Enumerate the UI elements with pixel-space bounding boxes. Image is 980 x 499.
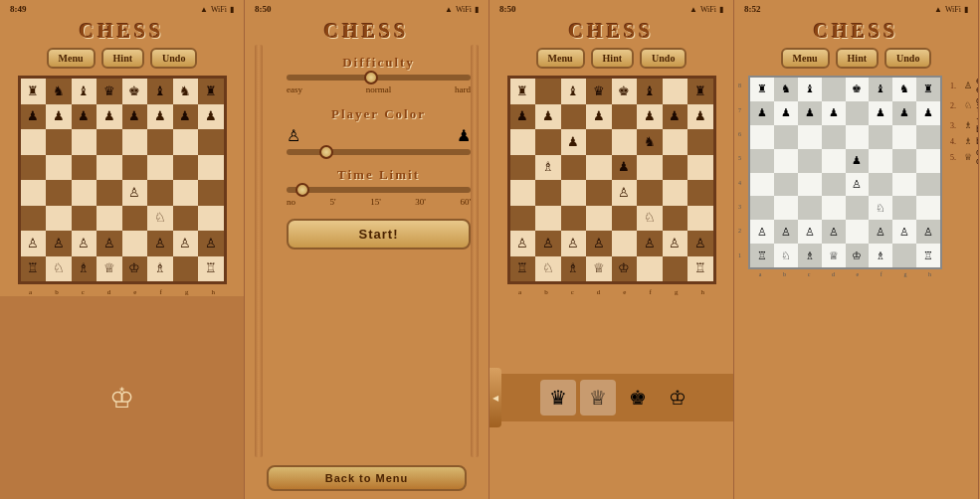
board-cell-1-1[interactable]: ♟ (774, 101, 798, 125)
board-cell-4-0[interactable] (21, 180, 47, 206)
board-cell-3-0[interactable] (21, 155, 47, 181)
board-cell-4-2[interactable] (72, 180, 98, 206)
hint-button-1[interactable]: Hint (101, 48, 144, 69)
board-cell-7-2[interactable]: ♗ (561, 256, 587, 282)
board-cell-5-2[interactable] (798, 196, 822, 220)
chess-board-4[interactable]: ♜♞♝♚♝♞♜♟♟♟♟♟♟♟♟♙♘♙♙♙♙♙♙♙♖♘♗♕♔♗♖ (748, 76, 942, 269)
board-cell-6-4[interactable] (612, 231, 638, 256)
board-cell-6-1[interactable]: ♙ (774, 220, 798, 244)
side-arrow-deco[interactable]: ◀ (490, 368, 501, 427)
board-cell-2-6[interactable] (173, 129, 199, 155)
board-cell-4-6[interactable] (663, 180, 688, 206)
board-cell-0-0[interactable]: ♜ (21, 79, 47, 104)
board-cell-2-4[interactable] (612, 129, 638, 155)
board-cell-1-1[interactable]: ♟ (535, 104, 561, 130)
board-cell-3-6[interactable] (173, 155, 199, 181)
board-cell-0-2[interactable]: ♝ (798, 78, 822, 101)
board-cell-2-2[interactable] (72, 129, 98, 155)
board-cell-7-1[interactable]: ♘ (535, 256, 561, 282)
board-cell-6-7[interactable]: ♙ (687, 231, 713, 256)
board-cell-5-4[interactable] (612, 206, 638, 232)
board-cell-6-0[interactable]: ♙ (21, 231, 47, 256)
board-cell-0-4[interactable]: ♚ (122, 79, 148, 104)
board-cell-7-4[interactable]: ♔ (846, 244, 870, 267)
board-cell-0-0[interactable]: ♜ (750, 78, 774, 101)
board-cell-6-7[interactable]: ♙ (198, 231, 224, 256)
board-cell-3-5[interactable] (869, 149, 892, 173)
board-cell-5-0[interactable] (510, 206, 536, 232)
board-cell-1-7[interactable]: ♟ (687, 104, 713, 130)
board-cell-0-6[interactable]: ♞ (173, 79, 199, 104)
start-button[interactable]: Start! (287, 219, 471, 250)
board-cell-4-4[interactable]: ♙ (846, 173, 870, 197)
board-cell-4-7[interactable] (198, 180, 224, 206)
board-cell-3-6[interactable] (663, 155, 688, 181)
board-cell-3-5[interactable] (147, 155, 173, 181)
board-cell-2-0[interactable] (21, 129, 47, 155)
board-cell-3-7[interactable] (198, 155, 224, 181)
time-slider[interactable] (287, 187, 471, 193)
board-cell-0-7[interactable]: ♜ (198, 79, 224, 104)
board-cell-2-1[interactable] (46, 129, 72, 155)
board-cell-1-4[interactable] (846, 101, 870, 125)
board-cell-7-1[interactable]: ♘ (46, 256, 72, 282)
board-cell-2-7[interactable] (687, 129, 713, 155)
board-cell-7-3[interactable]: ♕ (586, 256, 612, 282)
board-cell-7-7[interactable]: ♖ (687, 256, 713, 282)
board-cell-6-4[interactable] (122, 231, 148, 256)
board-cell-4-6[interactable] (892, 173, 916, 197)
board-cell-3-0[interactable] (510, 155, 536, 181)
board-cell-4-4[interactable]: ♙ (122, 180, 148, 206)
menu-button-3[interactable]: Menu (536, 48, 585, 69)
board-cell-4-1[interactable] (46, 180, 72, 206)
board-cell-6-2[interactable]: ♙ (72, 231, 98, 256)
board-cell-1-0[interactable]: ♟ (510, 104, 536, 130)
board-cell-5-4[interactable] (122, 206, 148, 232)
hint-button-3[interactable]: Hint (591, 48, 634, 69)
chess-board-1[interactable]: ♜♞♝♛♚♝♞♜♟♟♟♟♟♟♟♟♙♘♙♙♙♙♙♙♙♖♘♗♕♔♗♖ (18, 76, 227, 284)
board-cell-2-7[interactable] (198, 129, 224, 155)
board-cell-7-6[interactable] (173, 256, 199, 282)
board-cell-7-0[interactable]: ♖ (750, 244, 774, 267)
piece-option-queen-white[interactable]: ♕ (580, 380, 616, 416)
board-cell-6-7[interactable]: ♙ (916, 220, 940, 244)
board-cell-6-3[interactable]: ♙ (822, 220, 846, 244)
board-cell-0-3[interactable] (822, 78, 846, 101)
board-cell-1-2[interactable] (561, 104, 587, 130)
board-cell-6-3[interactable]: ♙ (97, 231, 122, 256)
board-cell-0-0[interactable]: ♜ (510, 79, 536, 104)
board-cell-7-6[interactable] (892, 244, 916, 267)
board-cell-1-4[interactable] (612, 104, 638, 130)
board-cell-3-1[interactable] (774, 149, 798, 173)
board-cell-4-5[interactable] (637, 180, 663, 206)
board-cell-2-0[interactable] (510, 129, 536, 155)
board-cell-0-3[interactable]: ♛ (97, 79, 122, 104)
board-cell-7-7[interactable]: ♖ (916, 244, 940, 267)
board-cell-3-2[interactable] (561, 155, 587, 181)
board-cell-2-7[interactable] (916, 125, 940, 149)
board-cell-4-5[interactable] (147, 180, 173, 206)
board-cell-2-3[interactable] (822, 125, 846, 149)
board-cell-0-2[interactable]: ♝ (72, 79, 98, 104)
board-cell-2-4[interactable] (846, 125, 870, 149)
board-cell-2-2[interactable]: ♟ (561, 129, 587, 155)
board-cell-5-7[interactable] (198, 206, 224, 232)
board-cell-3-3[interactable] (586, 155, 612, 181)
board-cell-7-6[interactable] (663, 256, 688, 282)
board-cell-5-4[interactable] (846, 196, 870, 220)
board-cell-3-7[interactable] (916, 149, 940, 173)
board-cell-5-5[interactable]: ♘ (637, 206, 663, 232)
board-cell-1-2[interactable]: ♟ (72, 104, 98, 130)
board-cell-1-7[interactable]: ♟ (916, 101, 940, 125)
board-cell-1-0[interactable]: ♟ (750, 101, 774, 125)
chess-board-3[interactable]: ♜♝♛♚♝♜♟♟♟♟♟♟♟♞♗♟♙♘♙♙♙♙♙♙♙♖♘♗♕♔♖ (507, 76, 716, 284)
board-cell-3-6[interactable] (892, 149, 916, 173)
board-cell-1-5[interactable]: ♟ (637, 104, 663, 130)
board-cell-0-1[interactable]: ♞ (46, 79, 72, 104)
board-cell-1-7[interactable]: ♟ (198, 104, 224, 130)
board-cell-2-3[interactable] (97, 129, 122, 155)
board-cell-6-5[interactable]: ♙ (147, 231, 173, 256)
board-cell-7-2[interactable]: ♗ (798, 244, 822, 267)
board-cell-3-4[interactable]: ♟ (846, 149, 870, 173)
board-cell-6-1[interactable]: ♙ (535, 231, 561, 256)
